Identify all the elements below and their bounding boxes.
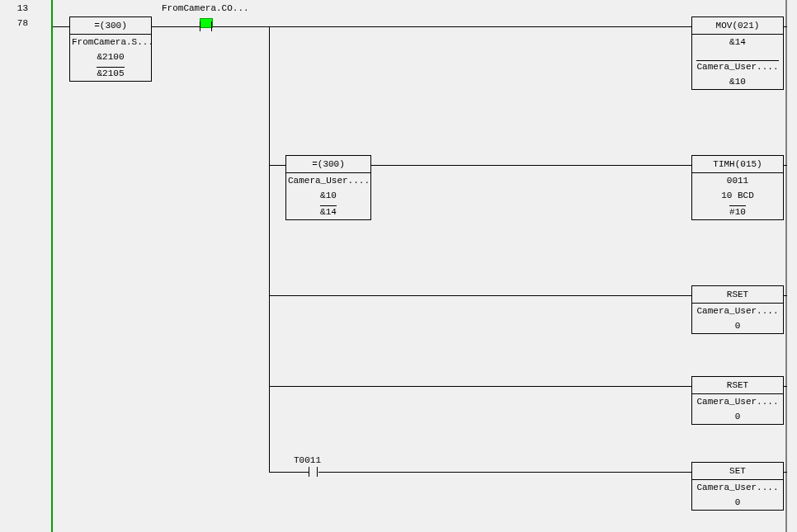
wire	[269, 386, 691, 387]
block-param: &2105	[70, 64, 151, 81]
block-param: Camera_User....	[692, 480, 783, 495]
block-title: MOV(021)	[692, 17, 783, 35]
right-power-rail	[785, 0, 787, 532]
block-param: &10	[692, 74, 783, 89]
block-param: 0	[692, 495, 783, 510]
wire	[269, 295, 691, 296]
block-param: #10	[692, 203, 783, 219]
block-title: RSET	[692, 286, 783, 304]
block-param: FromCamera.S...	[70, 35, 151, 49]
block-param: &2100	[70, 49, 151, 64]
block-param: 0	[692, 318, 783, 333]
block-param: &14	[286, 203, 370, 219]
compare-block-2[interactable]: =(300) Camera_User.... &10 &14	[285, 155, 371, 220]
wire	[53, 26, 69, 27]
rset-block-1[interactable]: RSET Camera_User.... 0	[691, 285, 784, 334]
block-param: &10	[286, 188, 370, 203]
block-title: SET	[692, 463, 783, 480]
block-param: Camera_User....	[692, 58, 783, 74]
timh-block[interactable]: TIMH(015) 0011 10 BCD #10	[691, 155, 784, 220]
block-title: =(300)	[286, 156, 370, 173]
block-param: Camera_User....	[286, 173, 370, 188]
wire	[152, 26, 200, 27]
block-param: Camera_User....	[692, 304, 783, 318]
block-param: Camera_User....	[692, 394, 783, 409]
rset-block-2[interactable]: RSET Camera_User.... 0	[691, 376, 784, 425]
wire	[213, 26, 269, 27]
wire	[784, 165, 787, 166]
wire	[269, 26, 270, 472]
wire	[269, 26, 691, 27]
wire	[784, 472, 787, 473]
contact-label: FromCamera.CO...	[162, 3, 249, 13]
wire	[269, 472, 309, 473]
compare-block-1[interactable]: =(300) FromCamera.S... &2100 &2105	[69, 16, 152, 82]
wire	[784, 295, 787, 296]
set-block[interactable]: SET Camera_User.... 0	[691, 462, 784, 511]
block-param: 0	[692, 409, 783, 424]
block-param: 0011	[692, 173, 783, 188]
mov-block[interactable]: MOV(021) &14 Camera_User.... &10	[691, 16, 784, 90]
rung-address: 78	[5, 18, 28, 28]
left-power-rail	[51, 0, 53, 532]
block-title: RSET	[692, 377, 783, 394]
wire	[318, 472, 691, 473]
rung-index: 13	[5, 3, 28, 13]
ladder-diagram-canvas: 13 78 =(300) FromCamera.S... &2100 &2105…	[0, 0, 797, 532]
wire	[784, 386, 787, 387]
wire	[371, 165, 691, 166]
wire	[269, 165, 285, 166]
block-title: =(300)	[70, 17, 151, 35]
wire	[784, 26, 787, 27]
block-param: 10 BCD	[692, 188, 783, 203]
contact-label: T0011	[294, 455, 321, 465]
block-param: &14	[692, 35, 783, 49]
block-title: TIMH(015)	[692, 156, 783, 173]
